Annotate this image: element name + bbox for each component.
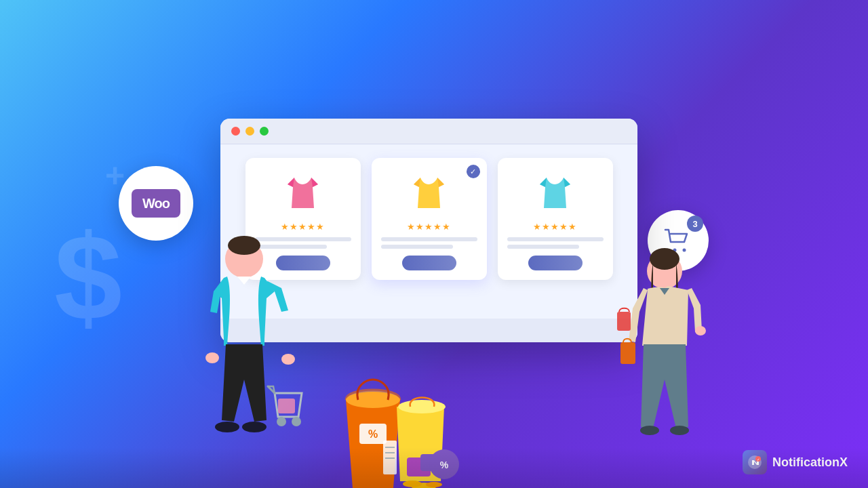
browser-dot-yellow: [245, 127, 254, 136]
product-shirt-3: [532, 169, 579, 216]
svg-rect-13: [620, 342, 635, 364]
product-stars-2: ★★★★★: [407, 222, 451, 232]
woo-logo: Woo: [132, 189, 180, 218]
svg-point-6: [215, 422, 239, 432]
svg-point-8: [277, 417, 286, 426]
product-card-3[interactable]: ★★★★★: [498, 158, 613, 280]
product-card-2[interactable]: ✓ ★★★★★: [372, 158, 487, 280]
check-badge: ✓: [467, 165, 480, 178]
svg-rect-14: [617, 312, 631, 331]
dollar-watermark: $: [54, 217, 122, 339]
product-lines-3: [507, 237, 604, 249]
product-lines-2: [381, 237, 477, 249]
svg-rect-10: [278, 399, 295, 413]
svg-point-5: [205, 352, 219, 363]
product-btn-3[interactable]: [528, 256, 583, 270]
svg-point-21: [398, 400, 446, 413]
svg-point-3: [228, 236, 260, 255]
svg-point-18: [346, 392, 400, 408]
svg-point-9: [292, 417, 301, 426]
product-btn-2[interactable]: [402, 256, 456, 270]
svg-point-15: [695, 326, 706, 336]
svg-point-17: [670, 426, 689, 435]
woo-badge: Woo: [119, 166, 193, 241]
ground-shadow: [0, 447, 868, 488]
product-shirt-2: [406, 169, 453, 216]
svg-point-7: [242, 422, 267, 432]
browser-dot-green: [260, 127, 269, 136]
main-background: $ + Woo 3: [0, 0, 868, 488]
svg-point-4: [281, 354, 295, 365]
browser-topbar: [220, 119, 637, 144]
cart-count: 3: [687, 216, 703, 232]
product-stars-3: ★★★★★: [533, 222, 577, 232]
svg-point-16: [640, 426, 659, 435]
browser-dot-red: [231, 127, 240, 136]
product-shirt-1: [279, 169, 327, 216]
svg-point-12: [650, 248, 679, 270]
svg-text:%: %: [368, 428, 378, 440]
